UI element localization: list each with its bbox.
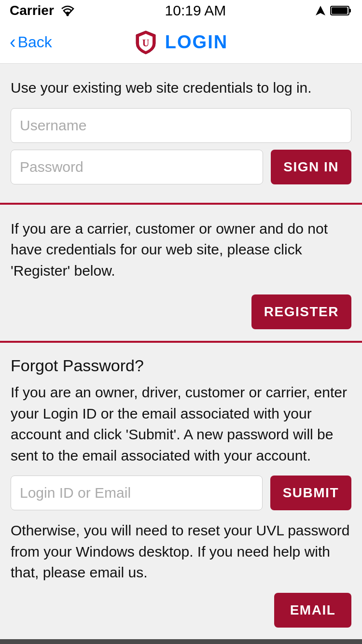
status-bar-right bbox=[315, 5, 352, 16]
login-id-row: SUBMIT bbox=[11, 476, 351, 510]
page-title: LOGIN bbox=[165, 32, 228, 53]
submit-button[interactable]: SUBMIT bbox=[270, 476, 351, 510]
forgot-description: If you are an owner, driver, customer or… bbox=[11, 382, 351, 466]
email-button[interactable]: EMAIL bbox=[274, 593, 351, 628]
battery-icon bbox=[330, 5, 352, 16]
additional-text: Otherwise, you will need to reset your U… bbox=[11, 520, 351, 583]
status-bar-time: 10:19 AM bbox=[165, 2, 226, 19]
username-row bbox=[11, 108, 351, 143]
password-input[interactable] bbox=[11, 150, 263, 184]
register-button-row: REGISTER bbox=[11, 294, 351, 329]
login-description: Use your existing web site credentials t… bbox=[11, 77, 351, 98]
svg-rect-4 bbox=[332, 7, 348, 14]
nav-bar: ‹ Back U LOGIN bbox=[0, 21, 362, 64]
nav-title: U LOGIN bbox=[134, 30, 228, 55]
register-button[interactable]: REGISTER bbox=[251, 294, 351, 329]
wifi-icon bbox=[59, 4, 76, 17]
login-id-input[interactable] bbox=[11, 476, 263, 510]
back-chevron-icon: ‹ bbox=[10, 33, 16, 51]
shield-logo-icon: U bbox=[134, 30, 157, 55]
login-section: Use your existing web site credentials t… bbox=[0, 64, 362, 203]
password-sign-in-row: SIGN IN bbox=[11, 150, 351, 184]
status-bar-left: Carrier bbox=[10, 3, 76, 18]
sign-in-button[interactable]: SIGN IN bbox=[271, 150, 351, 184]
main-content: Use your existing web site credentials t… bbox=[0, 64, 362, 639]
email-button-row: EMAIL bbox=[11, 593, 351, 628]
register-description: If you are a carrier, customer or owner … bbox=[11, 218, 351, 281]
register-section: If you are a carrier, customer or owner … bbox=[0, 205, 362, 341]
svg-rect-3 bbox=[349, 9, 351, 13]
username-input[interactable] bbox=[11, 108, 351, 143]
svg-point-0 bbox=[66, 14, 69, 16]
carrier-label: Carrier bbox=[10, 3, 54, 18]
back-label: Back bbox=[18, 33, 52, 51]
location-icon bbox=[315, 5, 326, 16]
back-button[interactable]: ‹ Back bbox=[10, 33, 52, 51]
footer-bar: SAFETY, INTEGRITY, EXCELLENCE, COMMUNITY… bbox=[0, 639, 362, 644]
forgot-section: Forgot Password? If you are an owner, dr… bbox=[0, 343, 362, 639]
forgot-title: Forgot Password? bbox=[11, 356, 351, 375]
svg-text:U: U bbox=[142, 38, 149, 48]
svg-marker-1 bbox=[316, 6, 325, 15]
status-bar: Carrier 10:19 AM bbox=[0, 0, 362, 21]
